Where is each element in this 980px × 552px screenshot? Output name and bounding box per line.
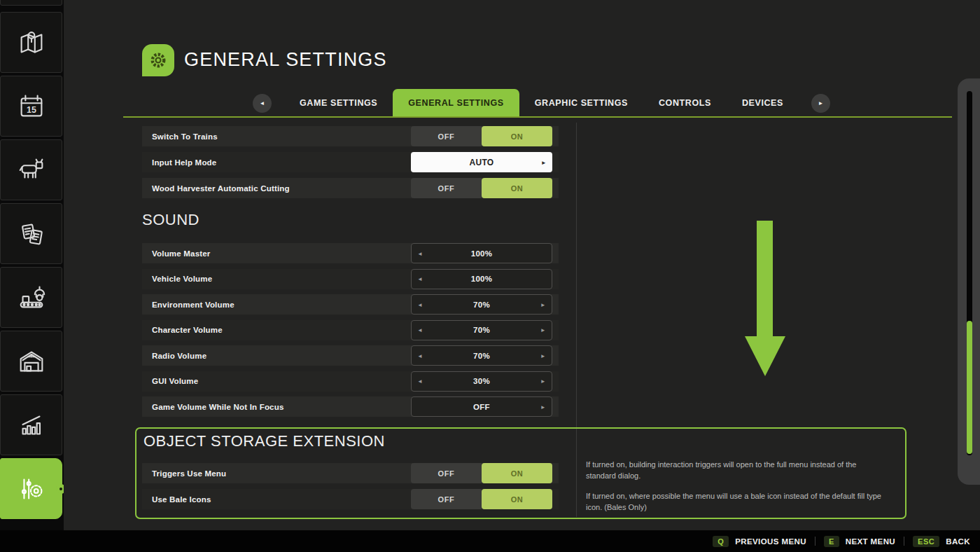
back-button[interactable]: ESC BACK [913,536,970,547]
selector-value: OFF [473,403,490,411]
selector-value: AUTO [470,158,494,167]
use-bale-icons-toggle: OFF ON [411,489,552,509]
decrease-icon[interactable]: ◄ [417,250,423,256]
setting-label: Switch To Trains [152,132,218,141]
sidebar-item-calendar[interactable]: 15 [0,76,62,137]
sidebar-item-production[interactable] [0,267,62,328]
toggle-off-button[interactable]: OFF [411,489,482,509]
next-tab-button[interactable]: ► [811,94,830,113]
environment-volume-selector[interactable]: ◄ 70% ► [411,294,552,315]
setting-label: Radio Volume [152,352,206,360]
scroll-hint-arrow [757,221,773,337]
increase-icon[interactable]: ► [540,352,546,359]
toggle-off-button[interactable]: OFF [411,178,482,198]
radio-volume-selector[interactable]: ◄ 70% ► [411,345,552,366]
object-storage-extension-box: OBJECT STORAGE EXTENSION Triggers Use Me… [135,427,906,519]
settings-screen: 15 [0,0,980,552]
sidebar-item-animals[interactable] [0,139,62,200]
decrease-icon[interactable]: ◄ [417,301,423,308]
decrease-icon[interactable]: ◄ [417,378,423,385]
general-rows: Switch To Trains OFF ON Input Help Mode … [142,126,559,204]
sidebar-item-finances[interactable] [0,203,62,264]
calendar-icon: 15 [15,90,48,123]
toggle-on-button[interactable]: ON [482,178,552,198]
sound-section-title: SOUND [142,211,200,229]
toggle-on-button[interactable]: ON [482,463,552,483]
sidebar-item-map[interactable] [0,12,62,73]
previous-menu-button[interactable]: Q PREVIOUS MENU [713,536,806,547]
decrease-icon[interactable]: ◄ [417,327,423,333]
increase-icon[interactable]: ► [540,378,546,385]
previous-menu-label: PREVIOUS MENU [735,537,806,546]
volume-master-selector[interactable]: ◄ 100% [411,243,552,263]
game-volume-focus-selector[interactable]: OFF ► [411,396,552,417]
key-badge-q: Q [713,536,729,547]
bottom-bar-separator [815,537,816,546]
setting-row-radio-volume: Radio Volume ◄ 70% ► [142,345,559,366]
cow-icon [15,154,48,186]
switch-to-trains-toggle: OFF ON [411,126,552,146]
setting-label: GUI Volume [152,377,198,385]
prev-arrow-icon: ◄ [260,100,265,106]
settings-sliders-icon [15,473,48,505]
bottom-bar-separator [904,537,904,546]
triggers-use-menu-toggle: OFF ON [411,463,552,483]
input-help-mode-selector[interactable]: AUTO ► [411,152,552,172]
setting-label: Environment Volume [152,301,234,309]
setting-row-character-volume: Character Volume ◄ 70% ► [142,320,559,340]
selector-value: 100% [471,249,493,258]
decrease-icon[interactable]: ◄ [417,276,423,282]
increase-icon[interactable]: ► [540,403,546,410]
svg-text:15: 15 [27,104,36,114]
gui-volume-selector[interactable]: ◄ 30% ► [411,371,552,392]
production-icon [15,282,48,314]
setting-row-wood-harvester: Wood Harvester Automatic Cutting OFF ON [142,178,559,198]
sidebar-item-general-settings[interactable] [0,458,62,519]
selector-value: 100% [471,275,493,283]
bottom-bar: Q PREVIOUS MENU E NEXT MENU ESC BACK [0,530,980,552]
sidebar-item-statistics[interactable] [0,394,62,455]
setting-row-input-help-mode: Input Help Mode AUTO ► [142,152,559,172]
setting-label: Volume Master [152,249,211,258]
page-title: GENERAL SETTINGS [184,49,387,71]
tab-graphic-settings[interactable]: GRAPHIC SETTINGS [519,89,643,117]
bar-chart-icon [15,409,48,441]
toggle-off-button[interactable]: OFF [411,126,482,146]
scrollbar-thumb[interactable] [967,321,972,454]
tab-devices[interactable]: DEVICES [727,89,799,117]
next-menu-button[interactable]: E NEXT MENU [824,536,895,547]
next-option-icon[interactable]: ► [541,159,547,165]
map-icon [15,27,48,59]
object-storage-rows: Triggers Use Menu OFF ON Use Bale Icons … [142,463,559,515]
character-volume-selector[interactable]: ◄ 70% ► [411,320,552,340]
selector-value: 70% [473,352,490,360]
back-label: BACK [946,537,970,546]
setting-row-switch-to-trains: Switch To Trains OFF ON [142,126,559,146]
sound-rows: Volume Master ◄ 100% Vehicle Volume ◄ 10… [142,243,559,422]
vehicle-volume-selector[interactable]: ◄ 100% [411,269,552,289]
tab-general-settings[interactable]: GENERAL SETTINGS [393,89,519,117]
tab-game-settings[interactable]: GAME SETTINGS [284,89,393,117]
setting-label: Character Volume [152,326,223,334]
tab-controls[interactable]: CONTROLS [643,89,727,117]
selector-value: 70% [473,326,490,334]
next-arrow-icon: ► [818,100,824,106]
increase-icon[interactable]: ► [540,327,546,333]
key-badge-e: E [824,536,839,547]
decrease-icon[interactable]: ◄ [417,352,423,359]
increase-icon[interactable]: ► [540,301,546,308]
toggle-on-button[interactable]: ON [482,489,552,509]
setting-label: Input Help Mode [152,158,216,167]
prev-tab-button[interactable]: ◄ [253,94,272,113]
setting-label: Triggers Use Menu [152,469,226,478]
tab-underline [123,116,952,118]
selector-value: 70% [473,301,490,309]
setting-label: Game Volume While Not In Focus [152,403,284,411]
sidebar-item-storage[interactable] [0,331,62,392]
tab-bar: ◄ GAME SETTINGS GENERAL SETTINGS GRAPHIC… [240,89,843,117]
toggle-on-button[interactable]: ON [482,126,552,146]
sidebar-item-partial [0,0,62,6]
help-text-triggers: If turned on, building interaction trigg… [586,460,888,482]
scroll-hint-arrow-head [745,336,785,376]
toggle-off-button[interactable]: OFF [411,463,482,483]
